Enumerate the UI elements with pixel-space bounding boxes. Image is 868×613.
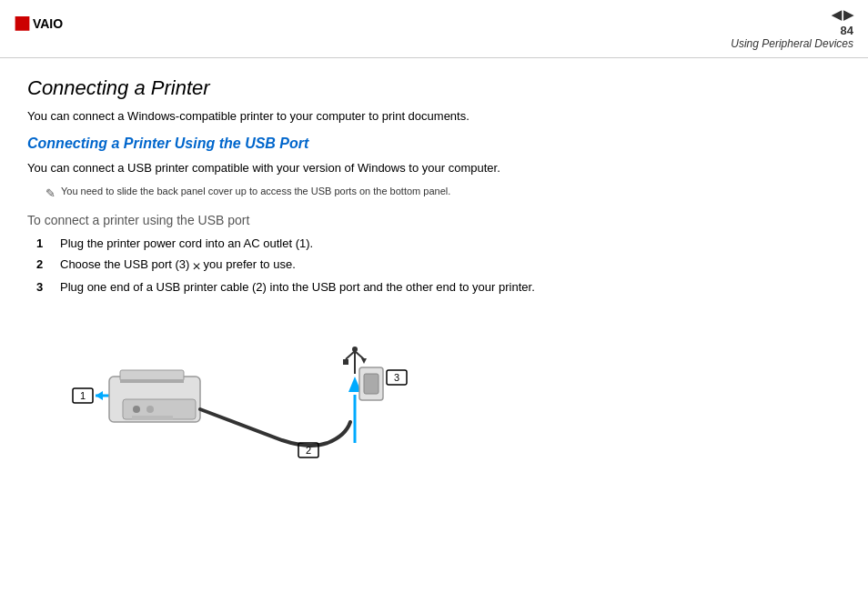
svg-text:1: 1 — [80, 390, 86, 401]
page-subtitle: Using Peripheral Devices — [731, 37, 853, 50]
connection-diagram: 1 — [45, 308, 428, 472]
nav-prev-arrow[interactable]: ◀ — [832, 7, 842, 22]
svg-text:2: 2 — [306, 445, 311, 456]
header-left: VAIO — [15, 16, 87, 42]
svg-rect-0 — [15, 16, 30, 31]
svg-point-11 — [146, 406, 154, 413]
page-number: 84 — [841, 24, 853, 37]
header-right: ◀ ▶ 84 Using Peripheral Devices — [731, 7, 853, 50]
svg-point-20 — [352, 347, 358, 352]
step-1-num: 1 — [36, 236, 55, 250]
svg-point-10 — [133, 406, 140, 413]
step-3-num: 3 — [36, 280, 55, 294]
step-2-num: 2 — [36, 257, 55, 271]
printer-graphic — [109, 370, 200, 422]
intro-text: You can connect a Windows-compatible pri… — [27, 109, 841, 123]
note-text: You need to slide the back panel cover u… — [61, 186, 450, 196]
svg-line-18 — [346, 351, 355, 359]
vaio-logo: VAIO — [15, 16, 87, 42]
step-3-text: Plug one end of a USB printer cable (2) … — [60, 280, 841, 294]
page-header: VAIO ◀ ▶ 84 Using Peripheral Devices — [0, 0, 868, 58]
section-title: Connecting a Printer Using the USB Port — [27, 136, 841, 152]
svg-rect-24 — [364, 374, 378, 394]
svg-rect-12 — [132, 416, 173, 419]
subsection-title: To connect a printer using the USB port — [27, 213, 841, 227]
step-1-text: Plug the printer power cord into an AC o… — [60, 236, 841, 250]
section-intro: You can connect a USB printer compatible… — [27, 161, 841, 175]
svg-text:3: 3 — [394, 372, 399, 383]
step-2: 2 Choose the USB port (3) ⨉ you prefer t… — [36, 257, 841, 273]
main-content: Connecting a Printer You can connect a W… — [0, 58, 868, 490]
svg-marker-22 — [361, 358, 367, 364]
nav-next-arrow[interactable]: ▶ — [843, 7, 853, 22]
main-title: Connecting a Printer — [27, 76, 841, 100]
svg-line-19 — [355, 351, 364, 359]
svg-text:VAIO: VAIO — [33, 16, 63, 31]
step-3: 3 Plug one end of a USB printer cable (2… — [36, 280, 841, 294]
svg-rect-21 — [343, 359, 348, 365]
nav-arrows: ◀ ▶ — [832, 7, 853, 22]
svg-marker-5 — [96, 391, 103, 400]
note-icon: ✎ — [45, 186, 56, 200]
svg-rect-8 — [120, 379, 184, 383]
step-2-text: Choose the USB port (3) ⨉ you prefer to … — [60, 257, 841, 273]
diagram-svg: 1 — [45, 308, 446, 477]
note-box: ✎ You need to slide the back panel cover… — [45, 186, 841, 200]
steps-list: 1 Plug the printer power cord into an AC… — [36, 236, 841, 294]
step-1: 1 Plug the printer power cord into an AC… — [36, 236, 841, 250]
usb-icon: ⨉ — [193, 257, 200, 273]
